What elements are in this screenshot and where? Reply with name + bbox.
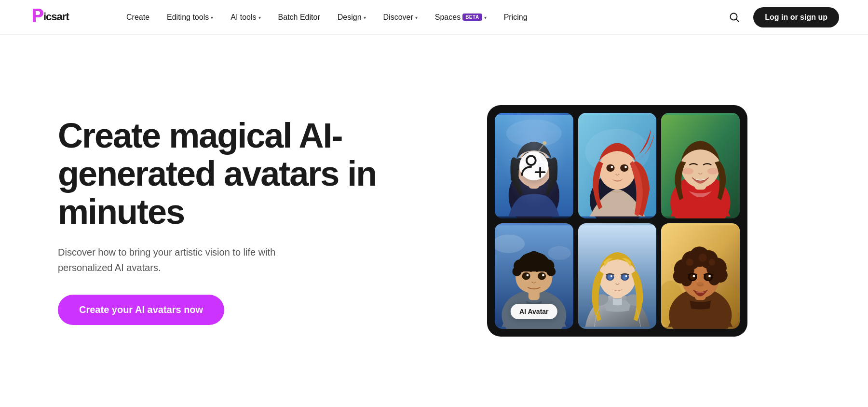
nav-pricing-label: Pricing <box>504 13 528 22</box>
cta-label: Create your AI avatars now <box>79 304 203 315</box>
hero-section: Create magical AI-generated avatars in m… <box>58 117 386 326</box>
svg-point-84 <box>708 275 711 277</box>
avatar-image-3 <box>661 113 740 218</box>
svg-point-16 <box>527 156 536 165</box>
nav-batch-editor-label: Batch Editor <box>278 13 320 22</box>
search-icon <box>729 12 740 23</box>
svg-point-59 <box>610 275 612 277</box>
nav-batch-editor[interactable]: Batch Editor <box>271 9 327 26</box>
svg-point-15 <box>543 141 547 145</box>
svg-line-14 <box>539 144 544 151</box>
svg-point-46 <box>522 272 530 280</box>
avatar-image-2 <box>578 113 657 218</box>
svg-point-4 <box>506 120 562 147</box>
main-nav: Create Editing tools ▾ AI tools ▾ Batch … <box>120 9 725 26</box>
nav-editing-tools-label: Editing tools <box>167 13 209 22</box>
svg-point-48 <box>527 274 529 276</box>
nav-editing-tools-arrow: ▾ <box>211 15 213 20</box>
svg-point-77 <box>699 254 707 262</box>
nav-design-label: Design <box>338 13 362 22</box>
svg-point-36 <box>548 246 571 260</box>
hero-description: Discover how to bring your artistic visi… <box>58 244 309 275</box>
logo[interactable]: icsart <box>29 7 96 27</box>
ai-avatar-label: AI Avatar <box>511 304 557 319</box>
svg-point-44 <box>512 267 521 276</box>
hero-image-section: AI Avatar <box>424 105 810 337</box>
nav-design[interactable]: Design ▾ <box>331 9 373 26</box>
svg-line-2 <box>736 19 739 22</box>
svg-point-45 <box>546 267 556 276</box>
svg-point-27 <box>624 166 627 168</box>
svg-point-60 <box>625 275 627 277</box>
nav-pricing[interactable]: Pricing <box>497 9 534 26</box>
svg-point-26 <box>610 166 613 168</box>
svg-point-33 <box>707 168 719 174</box>
nav-ai-tools-label: AI tools <box>231 13 256 22</box>
svg-point-78 <box>709 259 715 265</box>
nav-create-label: Create <box>126 13 149 22</box>
beta-badge: BETA <box>462 14 482 21</box>
header: icsart Create Editing tools ▾ AI tools ▾… <box>0 0 868 35</box>
nav-editing-tools[interactable]: Editing tools ▾ <box>160 9 220 26</box>
svg-point-49 <box>542 274 544 276</box>
avatar-grid: AI Avatar <box>487 105 747 337</box>
nav-ai-tools-arrow: ▾ <box>258 15 261 20</box>
login-label: Log in or sign up <box>765 13 827 21</box>
nav-spaces-arrow: ▾ <box>484 15 487 20</box>
nav-spaces[interactable]: Spaces BETA ▾ <box>428 9 493 26</box>
nav-create[interactable]: Create <box>120 9 156 26</box>
avatar-image-5 <box>578 223 657 329</box>
svg-text:icsart: icsart <box>43 11 69 23</box>
svg-point-32 <box>682 168 693 174</box>
svg-point-47 <box>538 272 546 280</box>
hero-title: Create magical AI-generated avatars in m… <box>58 117 386 231</box>
nav-design-arrow: ▾ <box>364 15 366 20</box>
avatar-image-1 <box>495 113 573 218</box>
svg-point-76 <box>686 258 693 266</box>
svg-point-25 <box>620 164 628 172</box>
avatar-image-4: AI Avatar <box>495 223 573 329</box>
nav-discover-label: Discover <box>383 13 413 22</box>
nav-discover-arrow: ▾ <box>415 15 418 20</box>
cta-button[interactable]: Create your AI avatars now <box>58 295 224 325</box>
search-button[interactable] <box>725 8 744 27</box>
main-content: Create magical AI-generated avatars in m… <box>0 35 868 407</box>
svg-point-24 <box>606 164 614 172</box>
nav-ai-tools[interactable]: AI tools ▾ <box>224 9 267 26</box>
header-actions: Log in or sign up <box>725 7 839 27</box>
login-button[interactable]: Log in or sign up <box>753 7 839 27</box>
avatar-add-icon <box>519 151 548 180</box>
nav-discover[interactable]: Discover ▾ <box>377 9 424 26</box>
avatar-image-6 <box>661 223 740 329</box>
nav-spaces-label: Spaces <box>435 13 461 22</box>
svg-point-83 <box>693 275 695 277</box>
